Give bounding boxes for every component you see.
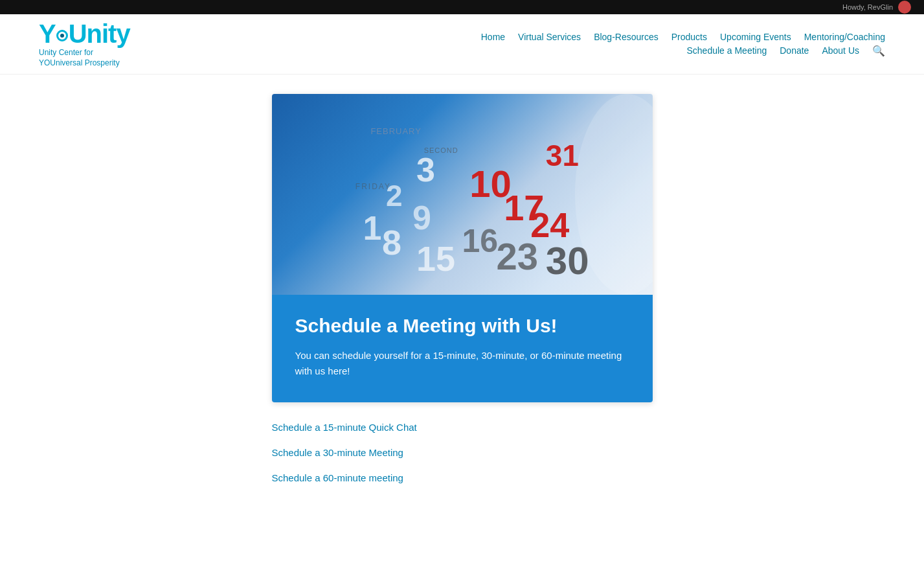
nav-mentoring-coaching[interactable]: Mentoring/Coaching [804, 32, 885, 42]
nav-products[interactable]: Products [671, 32, 707, 42]
cal-num-15: 15 [416, 238, 455, 279]
nav-schedule-meeting[interactable]: Schedule a Meeting [686, 45, 767, 56]
logo-subtitle-line1: Unity Center for [39, 48, 93, 57]
cal-num-8: 8 [382, 222, 401, 262]
nav-row-2: Schedule a Meeting Donate About Us 🔍 [686, 45, 885, 57]
site-header: YUnity Unity Center for YOUniversal Pros… [0, 14, 924, 75]
cal-num-3-red: 3 [416, 150, 435, 189]
top-bar: Howdy, RevGlin [0, 0, 924, 14]
nav-upcoming-events[interactable]: Upcoming Events [720, 32, 791, 42]
main-nav: Home Virtual Services Blog-Resources Pro… [481, 32, 885, 57]
cal-num-16: 16 [462, 222, 499, 260]
cal-num-2: 2 [386, 178, 403, 213]
hero-caption: Schedule a Meeting with Us! You can sche… [272, 295, 653, 402]
nav-donate[interactable]: Donate [780, 45, 809, 56]
logo-you: Y [39, 19, 56, 48]
greeting-text: Howdy, RevGlin [842, 3, 893, 11]
user-avatar[interactable] [898, 1, 911, 14]
nav-about-us[interactable]: About Us [822, 45, 859, 56]
schedule-15-link[interactable]: Schedule a 15-minute Quick Chat [272, 422, 653, 433]
logo-eye-icon [56, 30, 68, 41]
nav-virtual-services[interactable]: Virtual Services [518, 32, 581, 42]
svg-point-0 [575, 94, 653, 295]
hero-container: February Second FRIDAY 3 10 17 24 31 1 2… [272, 94, 653, 402]
nav-home[interactable]: Home [481, 32, 505, 42]
logo-subtitle-line2: YOUniversal Prosperity [39, 58, 120, 67]
main-content: February Second FRIDAY 3 10 17 24 31 1 2… [0, 75, 924, 509]
cal-num-9: 9 [412, 198, 431, 237]
calendar-image: February Second FRIDAY 3 10 17 24 31 1 2… [272, 94, 653, 295]
hero-description: You can schedule yourself for a 15-minut… [295, 348, 629, 379]
logo-area: YUnity Unity Center for YOUniversal Pros… [39, 21, 130, 67]
logo-you2: Unity [69, 19, 130, 48]
schedule-60-link[interactable]: Schedule a 60-minute meeting [272, 472, 653, 483]
cal-num-1: 1 [363, 209, 382, 247]
schedule-30-link[interactable]: Schedule a 30-minute Meeting [272, 447, 653, 458]
cal-label-february: February [370, 126, 422, 136]
schedule-links-container: Schedule a 15-minute Quick Chat Schedule… [272, 422, 653, 483]
nav-row-1: Home Virtual Services Blog-Resources Pro… [481, 32, 885, 42]
logo-brand[interactable]: YUnity [39, 21, 130, 47]
hero-title: Schedule a Meeting with Us! [295, 314, 629, 338]
nav-blog-resources[interactable]: Blog-Resources [594, 32, 659, 42]
search-icon[interactable]: 🔍 [872, 45, 885, 57]
calendar-curl-decoration [523, 94, 653, 295]
top-bar-right: Howdy, RevGlin [842, 1, 911, 14]
